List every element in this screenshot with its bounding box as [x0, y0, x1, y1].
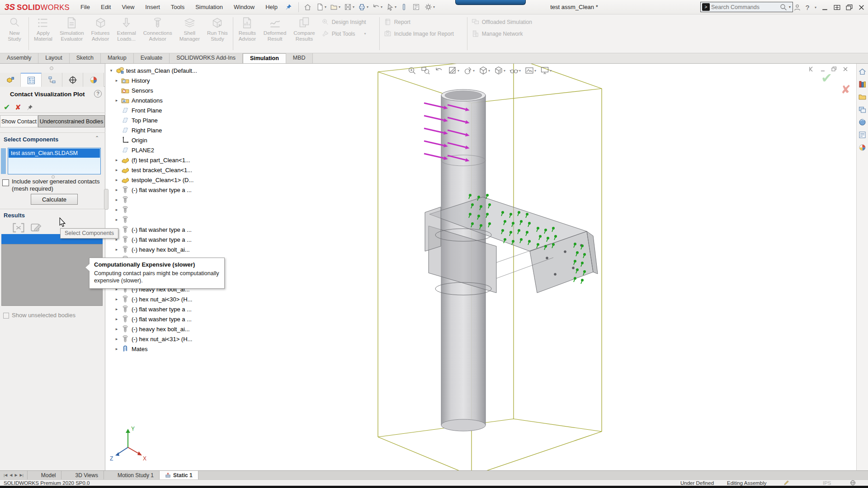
dropdown-arrow-icon[interactable]: ▾	[488, 69, 490, 73]
design-library-icon[interactable]	[858, 80, 867, 89]
command-tab[interactable]: Sketch	[70, 53, 101, 63]
web-globe-icon[interactable]	[850, 480, 856, 486]
results-list-area[interactable]	[1, 244, 103, 306]
contact-plot-icon[interactable]	[12, 222, 25, 234]
study-tab[interactable]: Model	[28, 471, 62, 479]
help-icon[interactable]: ?	[806, 4, 809, 11]
ribbon-small-button[interactable]: Manage Network	[472, 30, 541, 38]
tree-item[interactable]: Origin	[113, 135, 260, 145]
selected-component-item[interactable]: test assm_Clean.SLDASM	[9, 149, 100, 158]
study-tab[interactable]: Static 1	[160, 471, 198, 479]
confirm-cancel-icon[interactable]: ✘	[841, 83, 851, 97]
expander-icon[interactable]: ▸	[113, 78, 120, 83]
tree-item[interactable]: ▸ (-) heavy hex bolt_ai...	[113, 244, 260, 254]
quick-toolbar-button[interactable]: ▾	[423, 2, 436, 12]
tree-item[interactable]: ▸ (-) flat washer type a ...	[113, 225, 260, 235]
component-selection-listbox[interactable]: test assm_Clean.SLDASM	[8, 148, 101, 174]
search-commands-box[interactable]: > ▾	[700, 2, 793, 12]
command-tab[interactable]: Layout	[38, 53, 70, 63]
command-tab[interactable]: MBD	[286, 53, 313, 63]
expander-icon[interactable]: ▸	[113, 98, 120, 103]
pin-menu-icon[interactable]	[285, 4, 292, 11]
expander-icon[interactable]: ▸	[113, 168, 120, 172]
edit-plot-icon[interactable]	[30, 222, 43, 234]
tree-item[interactable]: ▸ (-) flat washer type a ...	[113, 235, 260, 244]
tree-item[interactable]: Front Plane	[113, 105, 260, 115]
tree-item[interactable]: ▸ A Annotations	[113, 95, 260, 105]
menu-item[interactable]: File	[76, 2, 94, 12]
dropdown-arrow-icon[interactable]: ▾	[519, 69, 521, 73]
resources-home-icon[interactable]	[858, 67, 867, 76]
expander-icon[interactable]: ▾	[108, 68, 114, 73]
pin-panel-icon[interactable]	[26, 104, 33, 111]
tree-item[interactable]: ▸ (-) flat washer type a ...	[113, 185, 260, 195]
menu-item[interactable]: Window	[229, 2, 259, 12]
expander-icon[interactable]: ▸	[113, 178, 120, 182]
quick-toolbar-button[interactable]: ▾	[329, 2, 342, 12]
solver-contacts-checkbox[interactable]	[2, 179, 9, 186]
panel-resize-grip[interactable]	[50, 66, 53, 70]
user-account-icon[interactable]	[793, 4, 801, 11]
file-explorer-icon[interactable]	[858, 93, 867, 101]
dropdown-arrow-icon[interactable]: ▾	[381, 5, 382, 9]
panel-splitter-handle[interactable]	[104, 189, 108, 210]
command-tab[interactable]: Simulation	[243, 53, 286, 63]
dropdown-arrow-icon[interactable]: ▾	[395, 5, 396, 9]
tree-item[interactable]: ▸ (-) heavy hex bolt_ai...	[113, 324, 260, 334]
menu-item[interactable]: Help	[261, 2, 282, 12]
dropdown-arrow-icon[interactable]: ▾	[325, 5, 326, 9]
tree-item[interactable]: ▸ (-) hex nut_ai<30> (H...	[113, 294, 260, 304]
ribbon-small-button[interactable]: Include Image for Report	[384, 30, 463, 38]
search-dropdown-icon[interactable]: ▾	[787, 5, 793, 9]
ribbon-button[interactable]: New Study	[2, 14, 27, 53]
manager-tab[interactable]	[62, 73, 83, 87]
ribbon-button[interactable]: Deformed Result	[260, 14, 290, 53]
command-tab[interactable]: Assembly	[0, 53, 38, 63]
expander-icon[interactable]: ▸	[113, 217, 120, 222]
quick-toolbar-button[interactable]	[302, 2, 314, 12]
manager-tab[interactable]	[83, 73, 104, 87]
ribbon-button[interactable]: Shell Manager	[176, 14, 203, 53]
quick-toolbar-button[interactable]: ▾	[371, 2, 384, 12]
doc-close-icon[interactable]	[842, 66, 849, 72]
quick-toolbar-button[interactable]: ▾	[357, 2, 370, 12]
headsup-button[interactable]: ▾	[524, 66, 537, 75]
menu-item[interactable]: Tools	[166, 2, 189, 12]
ribbon-small-button[interactable]: Plot Tools ▾	[321, 30, 375, 38]
show-contact-button[interactable]: Show Contact	[0, 115, 38, 127]
expander-icon[interactable]: ▸	[113, 317, 120, 321]
first-tab-icon[interactable]: |◀	[4, 473, 7, 477]
help-dropdown-icon[interactable]: ▾	[815, 5, 816, 9]
tree-item[interactable]: ▸ (-) flat washer type a ...	[113, 314, 260, 324]
study-tab[interactable]: 3D Views	[61, 471, 104, 479]
headsup-button[interactable]	[420, 66, 431, 75]
menu-item[interactable]: Insert	[141, 2, 165, 12]
ribbon-button[interactable]: Run This Study	[203, 14, 231, 53]
manager-tab[interactable]	[21, 73, 42, 87]
ribbon-button[interactable]: External Loads...	[113, 14, 140, 53]
expander-icon[interactable]: ▸	[113, 337, 120, 341]
expander-icon[interactable]: ▸	[113, 247, 120, 252]
expander-icon[interactable]: ▸	[113, 197, 120, 202]
dropdown-arrow-icon[interactable]: ▾	[339, 5, 340, 9]
tree-item[interactable]: ▸ test bracket_Clean<1...	[113, 165, 260, 175]
close-button[interactable]	[858, 4, 865, 11]
show-unselected-checkbox[interactable]	[3, 313, 9, 319]
headsup-button[interactable]: ▾	[494, 66, 506, 75]
ribbon-small-button[interactable]: Design Insight	[321, 18, 375, 26]
tree-item[interactable]: ▸ testpole_Clean<1> (D...	[113, 175, 260, 185]
headsup-button[interactable]	[434, 66, 444, 75]
last-tab-icon[interactable]: ▶|	[20, 473, 24, 477]
tree-item[interactable]: ▸ (-) flat washer type a ...	[113, 195, 260, 205]
expander-icon[interactable]: ▸	[113, 158, 120, 162]
ribbon-small-button[interactable]: Report	[384, 18, 463, 26]
appearances-icon[interactable]	[858, 118, 867, 127]
ribbon-button[interactable]: Compare Results	[290, 14, 318, 53]
custom-properties-icon[interactable]	[858, 131, 867, 139]
pane-layout-button[interactable]	[833, 4, 841, 11]
dropdown-arrow-icon[interactable]: ▾	[364, 32, 366, 36]
confirm-ok-icon[interactable]: ✔	[821, 70, 832, 86]
collapse-chevron-icon[interactable]: ⌃	[95, 135, 99, 141]
ribbon-button[interactable]: Fixtures Advisor	[88, 14, 113, 53]
panel-help-icon[interactable]: ?	[94, 90, 102, 98]
